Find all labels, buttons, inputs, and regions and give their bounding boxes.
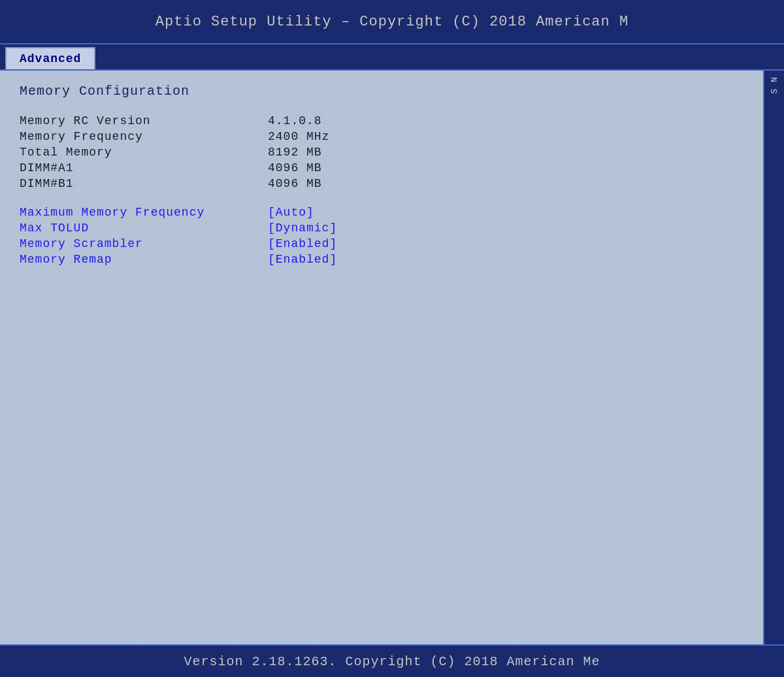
content-area: Memory Configuration Memory RC Version 4… [0,71,763,670]
bottom-bar: Version 2.18.1263. Copyright (C) 2018 Am… [0,644,784,677]
label-memory-remap: Memory Remap [20,253,268,266]
row-dimm-b1: DIMM#B1 4096 MB [20,177,743,190]
label-max-tolud: Max TOLUD [20,222,268,235]
label-max-memory-freq: Maximum Memory Frequency [20,206,268,219]
value-memory-frequency: 2400 MHz [268,130,329,143]
label-memory-frequency: Memory Frequency [20,130,268,143]
section-title: Memory Configuration [20,84,743,99]
row-total-memory: Total Memory 8192 MB [20,146,743,159]
label-memory-rc-version: Memory RC Version [20,114,268,127]
footer-text: Version 2.18.1263. Copyright (C) 2018 Am… [184,654,600,669]
value-dimm-a1: 4096 MB [268,161,322,174]
side-label-n: N [770,76,779,82]
value-memory-scrambler: [Enabled] [268,237,337,250]
label-total-memory: Total Memory [20,146,268,159]
label-dimm-a1: DIMM#A1 [20,161,268,174]
value-memory-rc-version: 4.1.0.8 [268,114,322,127]
row-max-tolud[interactable]: Max TOLUD [Dynamic] [20,222,743,235]
value-dimm-b1: 4096 MB [268,177,322,190]
value-total-memory: 8192 MB [268,146,322,159]
side-label-s: S [770,88,779,94]
layout-wrapper: Memory Configuration Memory RC Version 4… [0,71,784,670]
label-memory-scrambler: Memory Scrambler [20,237,268,250]
tab-bar: Advanced [0,44,784,71]
row-max-memory-freq[interactable]: Maximum Memory Frequency [Auto] [20,206,743,219]
value-max-memory-freq: [Auto] [268,206,314,219]
row-memory-frequency: Memory Frequency 2400 MHz [20,130,743,143]
info-table: Memory RC Version 4.1.0.8 Memory Frequen… [20,114,743,266]
row-memory-rc-version: Memory RC Version 4.1.0.8 [20,114,743,127]
value-max-tolud: [Dynamic] [268,222,337,235]
right-side-panel: N S [763,71,784,670]
label-dimm-b1: DIMM#B1 [20,177,268,190]
value-memory-remap: [Enabled] [268,253,337,266]
row-memory-scrambler[interactable]: Memory Scrambler [Enabled] [20,237,743,250]
row-memory-remap[interactable]: Memory Remap [Enabled] [20,253,743,266]
top-bar: Aptio Setup Utility – Copyright (C) 2018… [0,0,784,44]
row-dimm-a1: DIMM#A1 4096 MB [20,161,743,174]
header-title: Aptio Setup Utility – Copyright (C) 2018… [155,14,629,30]
tab-advanced[interactable]: Advanced [5,47,95,69]
